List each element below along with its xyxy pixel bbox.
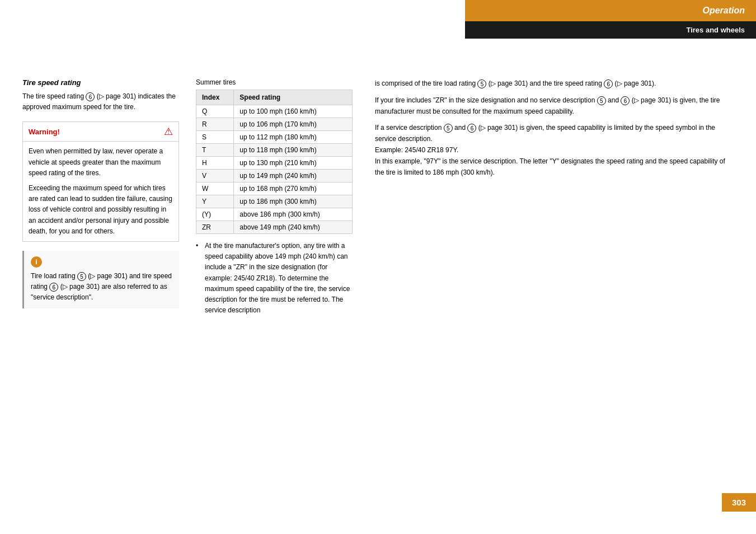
speed-cell: up to 106 mph (170 km/h): [234, 118, 353, 131]
content-area: Tire speed rating The tire speed rating …: [0, 67, 756, 364]
index-cell: V: [196, 170, 234, 182]
right-para-1: is comprised of the tire load rating 5 (…: [375, 78, 734, 90]
circle-6a: 6: [49, 283, 58, 292]
warning-header: Warning! ⚠: [23, 122, 179, 142]
speed-cell: above 149 mph (240 km/h): [234, 221, 353, 234]
table-row: Hup to 130 mph (210 km/h): [196, 157, 353, 170]
index-cell: (Y): [196, 208, 234, 221]
index-cell: H: [196, 157, 234, 170]
header-section: Operation Tires and wheels: [465, 0, 756, 39]
info-box: i Tire load rating 5 (▷ page 301) and ti…: [22, 251, 179, 309]
operation-label: Operation: [702, 6, 745, 15]
info-text: Tire load rating 5 (▷ page 301) and tire…: [31, 271, 172, 303]
right-col-text: is comprised of the tire load rating 5 (…: [375, 78, 734, 178]
summer-tires-label: Summer tires: [196, 78, 353, 86]
table-row: Vup to 149 mph (240 km/h): [196, 170, 353, 182]
circle-6d: 6: [467, 124, 476, 133]
table-row: (Y)above 186 mph (300 km/h): [196, 208, 353, 221]
circle-5b: 5: [477, 79, 486, 88]
page-number: 303: [722, 493, 756, 512]
right-column: is comprised of the tire load rating 5 (…: [369, 78, 734, 319]
index-cell: T: [196, 144, 234, 157]
bullet-list: At the tire manufacturer's option, any t…: [196, 241, 353, 316]
circle-5a: 5: [77, 272, 86, 281]
warning-para-2: Exceeding the maximum speed for which ti…: [29, 183, 173, 237]
warning-para-1: Even when permitted by law, never operat…: [29, 146, 173, 179]
index-cell: Y: [196, 195, 234, 208]
bullet-text: At the tire manufacturer's option, any t…: [205, 242, 350, 314]
tires-bar: Tires and wheels: [465, 21, 756, 39]
right-para-2: If your tire includes "ZR" in the size d…: [375, 95, 734, 118]
circle-5d: 5: [444, 124, 453, 133]
table-row: Qup to 100 mph (160 km/h): [196, 105, 353, 118]
table-row: Tup to 118 mph (190 km/h): [196, 144, 353, 157]
warning-body: Even when permitted by law, never operat…: [23, 142, 179, 241]
index-cell: W: [196, 182, 234, 195]
table-row: Sup to 112 mph (180 km/h): [196, 131, 353, 144]
circle-5c: 5: [597, 96, 606, 105]
circle-6: 6: [86, 92, 95, 101]
right-para-3: If a service description 5 and 6 (▷ page…: [375, 123, 734, 178]
bullet-item-1: At the tire manufacturer's option, any t…: [196, 241, 353, 316]
warning-label: Warning!: [29, 128, 60, 136]
index-cell: S: [196, 131, 234, 144]
index-cell: Q: [196, 105, 234, 118]
warning-icon: ⚠: [164, 125, 173, 138]
speed-cell: up to 149 mph (240 km/h): [234, 170, 353, 182]
left-column: Tire speed rating The tire speed rating …: [22, 78, 179, 319]
warning-box: Warning! ⚠ Even when permitted by law, n…: [22, 121, 179, 242]
table-row: ZRabove 149 mph (240 km/h): [196, 221, 353, 234]
intro-text: The tire speed rating 6 (▷ page 301) ind…: [22, 91, 179, 113]
table-row: Yup to 186 mph (300 km/h): [196, 195, 353, 208]
speed-cell: up to 168 mph (270 km/h): [234, 182, 353, 195]
circle-6c: 6: [621, 96, 630, 105]
index-cell: ZR: [196, 221, 234, 234]
section-title: Tire speed rating: [22, 78, 179, 87]
section-label: Tires and wheels: [686, 26, 745, 34]
speed-cell: up to 100 mph (160 km/h): [234, 105, 353, 118]
info-icon: i: [31, 256, 42, 268]
table-row: Rup to 106 mph (170 km/h): [196, 118, 353, 131]
table-header-row: Index Speed rating: [196, 90, 353, 105]
speed-cell: up to 130 mph (210 km/h): [234, 157, 353, 170]
col-header-speed: Speed rating: [234, 90, 353, 105]
circle-6b: 6: [604, 79, 613, 88]
col-header-index: Index: [196, 90, 234, 105]
table-row: Wup to 168 mph (270 km/h): [196, 182, 353, 195]
operation-bar: Operation: [465, 0, 756, 21]
speed-cell: above 186 mph (300 km/h): [234, 208, 353, 221]
speed-cell: up to 112 mph (180 km/h): [234, 131, 353, 144]
middle-column: Summer tires Index Speed rating Qup to 1…: [196, 78, 353, 319]
speed-cell: up to 186 mph (300 km/h): [234, 195, 353, 208]
index-cell: R: [196, 118, 234, 131]
speed-cell: up to 118 mph (190 km/h): [234, 144, 353, 157]
speed-table: Index Speed rating Qup to 100 mph (160 k…: [196, 90, 353, 234]
